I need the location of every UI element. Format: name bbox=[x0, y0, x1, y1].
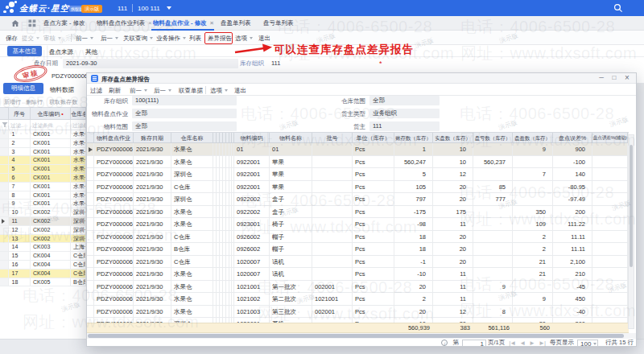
first-page-icon[interactable]: |◄ bbox=[509, 340, 515, 347]
table-cell[interactable] bbox=[592, 306, 628, 318]
table-cell[interactable]: 1021001 bbox=[234, 281, 270, 293]
warehouse-name-cell[interactable]: 深圳仓 bbox=[71, 235, 86, 243]
table-row[interactable]: PDZY0000062021/9/30水果仓0101Pcs1109900 bbox=[87, 143, 629, 156]
table-cell[interactable]: 20 bbox=[433, 193, 473, 205]
left-grid-row[interactable]: 4CK001水果仓 bbox=[0, 156, 86, 165]
row-number-cell[interactable]: 9 bbox=[9, 200, 31, 208]
table-cell[interactable]: -98 bbox=[394, 218, 433, 230]
filter-cell[interactable]: 过滤条件 bbox=[71, 120, 86, 130]
get-stock-button[interactable]: 获取账存数 bbox=[49, 98, 77, 106]
warehouse-name-cell[interactable]: 水果仓 bbox=[71, 191, 86, 200]
table-cell[interactable]: 01 bbox=[234, 143, 270, 155]
table-cell[interactable]: 2021/9/30 bbox=[134, 268, 171, 280]
table-cell[interactable]: 21 bbox=[513, 268, 553, 280]
close-tab-icon[interactable]: × bbox=[148, 19, 152, 27]
table-cell[interactable] bbox=[312, 318, 353, 323]
table-cell[interactable] bbox=[513, 156, 553, 168]
table-cell[interactable]: 1 bbox=[394, 143, 433, 155]
table-cell[interactable]: 2021/9/30 bbox=[134, 218, 171, 230]
subtab-other[interactable]: 其他 bbox=[85, 48, 97, 56]
table-row[interactable]: PDZY0000062021/9/30水果仓1020007话机Pcs-10112… bbox=[87, 268, 629, 281]
table-cell[interactable]: 第二批次 bbox=[270, 293, 312, 305]
table-cell[interactable]: 盒子 bbox=[270, 193, 312, 205]
table-cell[interactable] bbox=[592, 193, 628, 205]
toolbar-button-5[interactable]: 后一 bbox=[101, 35, 118, 43]
table-cell[interactable]: PDZY000006 bbox=[94, 156, 134, 168]
warehouse-code-cell[interactable]: CK001 bbox=[31, 191, 71, 200]
table-row[interactable]: PDZY0000062021/9/30深圳仓0922002盒子Pcs797207… bbox=[87, 193, 629, 206]
table-cell[interactable] bbox=[592, 243, 628, 255]
table-cell[interactable]: 20 bbox=[394, 281, 433, 293]
warehouse-code-cell[interactable]: CK001 bbox=[31, 156, 71, 164]
table-cell[interactable]: 11 bbox=[433, 281, 473, 293]
tab-detail-info[interactable]: 明细信息 bbox=[3, 83, 43, 94]
table-cell[interactable]: 11 bbox=[433, 268, 473, 280]
table-cell[interactable] bbox=[312, 168, 353, 180]
table-cell[interactable]: 2021/9/30 bbox=[134, 168, 171, 180]
table-cell[interactable] bbox=[312, 231, 353, 243]
table-cell[interactable] bbox=[592, 318, 628, 323]
table-cell[interactable]: 20 bbox=[394, 306, 433, 318]
table-cell[interactable] bbox=[473, 143, 513, 155]
table-cell[interactable]: 1020007 bbox=[234, 268, 270, 280]
table-row[interactable]: PDZY0000062021/9/30B仓库0926002帽子Pcs182021… bbox=[87, 243, 629, 256]
filter-value-box[interactable]: 全部 bbox=[132, 121, 237, 131]
filter-value-box[interactable]: 业务组织 bbox=[369, 109, 440, 118]
table-cell[interactable]: 2021/9/30 bbox=[134, 318, 171, 323]
toolbar-button-4[interactable]: 前一 bbox=[76, 35, 93, 43]
table-cell[interactable]: Pcs bbox=[353, 281, 394, 293]
org-value[interactable]: 111 bbox=[271, 60, 280, 67]
warehouse-name-cell[interactable]: 深圳仓 bbox=[71, 226, 86, 234]
menu-grid-icon[interactable] bbox=[28, 19, 36, 27]
table-cell[interactable]: 0923001 bbox=[234, 218, 270, 230]
table-cell[interactable]: 105 bbox=[394, 181, 433, 193]
table-cell[interactable]: 560,237 bbox=[473, 156, 513, 168]
table-cell[interactable] bbox=[592, 168, 628, 180]
table-cell[interactable]: Pcs bbox=[353, 243, 394, 255]
left-grid-row[interactable]: 6CK001水果仓 bbox=[0, 174, 86, 183]
table-cell[interactable]: Pcs bbox=[353, 168, 394, 180]
table-cell[interactable] bbox=[312, 193, 353, 205]
table-cell[interactable]: -175 bbox=[394, 206, 433, 218]
vertical-scrollbar[interactable] bbox=[628, 134, 634, 329]
table-cell[interactable]: -1 bbox=[394, 256, 433, 268]
left-grid-row[interactable]: 11CK002深圳仓 bbox=[0, 217, 86, 226]
dialog-toolbar-button-7[interactable]: 退出 bbox=[234, 87, 246, 95]
table-cell[interactable]: 盒子 bbox=[270, 206, 312, 218]
table-cell[interactable]: 1030001 bbox=[234, 318, 270, 323]
table-cell[interactable]: -80.95 bbox=[553, 181, 592, 193]
warehouse-code-cell[interactable]: CK003 bbox=[31, 243, 71, 251]
prev-page-icon[interactable]: ◄ bbox=[519, 340, 525, 347]
table-cell[interactable]: 11.11 bbox=[553, 231, 592, 243]
table-cell[interactable]: 900 bbox=[553, 143, 592, 155]
toolbar-button-1[interactable]: 保存 bbox=[6, 35, 18, 43]
table-row[interactable]: PDZY0000062021/9/30C仓库0926002帽子Pcs182021… bbox=[87, 231, 629, 244]
table-cell[interactable]: 175 bbox=[433, 206, 473, 218]
table-cell[interactable] bbox=[312, 218, 353, 230]
filter-cell[interactable]: 过滤.. bbox=[9, 120, 31, 130]
table-cell[interactable]: 话机 bbox=[270, 256, 312, 268]
table-row[interactable]: PDZY0000062021/9/30C仓库1020007话机Pcs-12021… bbox=[87, 256, 629, 269]
row-number-cell[interactable]: 13 bbox=[9, 235, 31, 243]
home-icon[interactable] bbox=[11, 19, 19, 27]
table-cell[interactable]: Pcs bbox=[353, 156, 394, 168]
filter-value-box[interactable]: 全部 bbox=[132, 109, 237, 118]
table-cell[interactable]: 20 bbox=[433, 318, 473, 323]
table-cell[interactable]: PDZY000006 bbox=[94, 181, 134, 193]
row-number-cell[interactable]: 3 bbox=[9, 148, 31, 156]
table-cell[interactable]: -10 bbox=[394, 268, 433, 280]
table-cell[interactable] bbox=[513, 181, 553, 193]
row-number-cell[interactable]: 7 bbox=[9, 183, 31, 191]
warehouse-code-cell[interactable]: CK001 bbox=[31, 130, 71, 138]
warehouse-name-cell[interactable]: C仓库 bbox=[71, 270, 86, 278]
table-cell[interactable]: 109 bbox=[513, 218, 553, 230]
filter-funnel-icon[interactable] bbox=[0, 120, 9, 130]
table-cell[interactable]: PDZY000006 bbox=[94, 206, 134, 218]
filter-value-box[interactable]: 100(111) bbox=[132, 96, 237, 105]
left-grid-row[interactable]: 3CK001水果仓 bbox=[0, 148, 86, 157]
left-grid-row[interactable]: 16CK004C仓库 bbox=[0, 261, 86, 270]
table-cell[interactable]: -40 bbox=[553, 306, 592, 318]
table-cell[interactable]: 第一批次 bbox=[270, 281, 312, 293]
table-cell[interactable] bbox=[312, 268, 353, 280]
table-cell[interactable] bbox=[592, 281, 628, 293]
